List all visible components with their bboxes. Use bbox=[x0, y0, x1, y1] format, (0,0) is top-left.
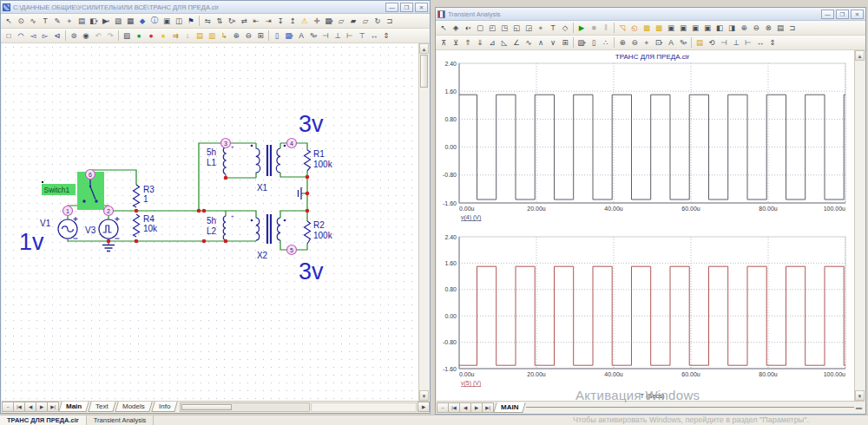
folder-button[interactable]: ▥ bbox=[206, 29, 218, 42]
page-last-button[interactable]: ▶| bbox=[47, 402, 59, 412]
transient-plot-v5[interactable]: 2.401.600.800.00-0.80-1.600.00u20.00u40.… bbox=[437, 230, 854, 401]
local-max-button[interactable]: ∧ bbox=[535, 36, 547, 49]
print-preview-button[interactable]: ▤ bbox=[774, 22, 786, 35]
scroll-thumb[interactable] bbox=[420, 55, 428, 88]
ground-symbol[interactable] bbox=[102, 245, 115, 252]
mirror-horizontal-button[interactable]: ⇋ bbox=[201, 15, 214, 28]
align-center-button[interactable]: ⊥ bbox=[332, 29, 344, 42]
transient-plot-v4[interactable]: 2.401.600.800.00-0.80-1.600.00u20.00u40.… bbox=[437, 50, 854, 226]
panel-bottom-right-button[interactable]: ◲ bbox=[523, 22, 535, 35]
frame-2-button[interactable]: ▣ bbox=[677, 22, 689, 35]
minimize-button[interactable]: — bbox=[385, 3, 398, 12]
save-waveform-button[interactable]: ↳ bbox=[218, 29, 230, 42]
panel-top-right-button[interactable]: ◳ bbox=[498, 22, 510, 35]
align-left-edge-button[interactable]: ⇤ bbox=[250, 15, 262, 28]
page-first-button[interactable]: |◀ bbox=[448, 402, 460, 413]
panel-button[interactable]: ▯ bbox=[271, 29, 283, 42]
mode-dropdown-icon[interactable]: ▾ bbox=[661, 40, 663, 45]
close-button[interactable]: ✕ bbox=[415, 3, 428, 12]
plot-vertical-scrollbar[interactable]: ▲ ▼ bbox=[854, 50, 865, 401]
pen-color-dropdown-icon[interactable]: ▾ bbox=[315, 33, 318, 38]
peak-button[interactable]: ⊼ bbox=[437, 36, 450, 49]
pen-color-button[interactable]: ✎▾ bbox=[677, 36, 689, 49]
schematic-titlebar[interactable]: С:\ДАННЫЕ ОБЩИЕ\УСИЛИТЕЛЬ\ИЛИ ВСЁ\ТРАНС … bbox=[1, 1, 430, 14]
align-left-button[interactable]: ⊣ bbox=[718, 36, 730, 49]
bus-mode-button[interactable]: ▤ bbox=[76, 15, 88, 28]
exit-button[interactable]: ⊐ bbox=[384, 15, 396, 28]
point-probe-button[interactable]: ⌖ bbox=[63, 15, 76, 28]
page-next-button[interactable]: ▶ bbox=[470, 402, 483, 413]
page-prev-button[interactable]: ◀ bbox=[459, 402, 471, 413]
restore-button[interactable]: ❐ bbox=[836, 10, 849, 19]
clipboard-dropdown-icon[interactable]: ▾ bbox=[583, 40, 586, 45]
frame-3-button[interactable]: ▣ bbox=[689, 22, 701, 35]
text-mode-button[interactable]: T bbox=[39, 15, 51, 28]
distribute-v-button[interactable]: ⇕ bbox=[766, 36, 779, 49]
font-button[interactable]: A bbox=[665, 36, 677, 49]
scope-lower-button[interactable]: ◵ bbox=[628, 22, 641, 35]
properties-button[interactable]: ◇ bbox=[559, 22, 571, 35]
align-center-button[interactable]: ⊥ bbox=[730, 36, 742, 49]
page-prev-button[interactable]: ◀ bbox=[24, 402, 36, 412]
folder-open-button[interactable]: ▤ bbox=[194, 29, 206, 42]
clipboard-button[interactable]: ▨▾ bbox=[575, 36, 588, 49]
copy-page-button[interactable]: ▰ bbox=[347, 15, 359, 28]
refresh-button[interactable]: ↻ bbox=[372, 15, 384, 28]
grid-options-button[interactable]: ▦▾ bbox=[323, 15, 335, 28]
zoom-out-button[interactable]: ⊖ bbox=[242, 29, 254, 42]
scroll-up-icon[interactable]: ▲ bbox=[855, 50, 865, 61]
add-text-button[interactable]: T bbox=[547, 22, 559, 35]
ground-symbol-right[interactable] bbox=[299, 187, 302, 199]
close-button[interactable]: ✕ bbox=[851, 10, 864, 19]
shape-browser-dropdown-icon[interactable]: ▾ bbox=[108, 18, 110, 23]
exit-analysis-button[interactable]: ⊐ bbox=[786, 22, 799, 35]
scroll-down-icon[interactable]: ▼ bbox=[419, 390, 429, 401]
stamp-button[interactable]: ◫ bbox=[173, 15, 185, 28]
slope-button[interactable]: ∠ bbox=[510, 36, 523, 49]
scroll-up-icon[interactable]: ▲ bbox=[419, 43, 429, 54]
select-mode-button[interactable]: ↖ bbox=[437, 22, 450, 35]
go-high-button[interactable]: ⇑ bbox=[462, 36, 474, 49]
zoom-out-button[interactable]: ⊖ bbox=[750, 22, 762, 35]
page-last-button[interactable]: ▶| bbox=[482, 402, 494, 413]
analysis-titlebar[interactable]: Transient Analysis — ❐ ✕ bbox=[436, 8, 865, 21]
pan-mode-button[interactable]: ◈ bbox=[450, 22, 462, 35]
document-button[interactable]: ▢ bbox=[474, 22, 486, 35]
distribute-h-button[interactable]: ↔ bbox=[754, 36, 766, 49]
resistor-r1[interactable] bbox=[305, 150, 311, 171]
stop-analysis-button[interactable]: ● bbox=[145, 29, 157, 42]
scroll-right-button[interactable]: ▶ bbox=[418, 402, 430, 412]
align-right-button[interactable]: ⊢ bbox=[742, 36, 754, 49]
graphics-mode-button[interactable]: ✎ bbox=[51, 15, 63, 28]
find-component-button[interactable]: ◉ bbox=[80, 29, 92, 42]
crosshair-button[interactable]: ✛ bbox=[311, 15, 323, 28]
tab-main-plot[interactable]: MAIN bbox=[493, 402, 526, 413]
voltage-source-v1[interactable] bbox=[58, 217, 78, 239]
push-down-button[interactable]: ↧ bbox=[274, 15, 286, 28]
go-low-button[interactable]: ⇓ bbox=[474, 36, 486, 49]
clipboard-picture-button[interactable]: ▨ bbox=[112, 15, 124, 28]
taskbar-tab-schematic[interactable]: ТРАНС ДЛЯ ПРЕДА.cir bbox=[0, 415, 87, 425]
grid-measure-button[interactable]: ⊞ bbox=[559, 36, 571, 49]
page-first-button[interactable]: |◀ bbox=[13, 402, 25, 412]
undo-button[interactable]: ↶ bbox=[92, 29, 104, 42]
tab-text[interactable]: Text bbox=[89, 402, 116, 412]
align-top-button[interactable]: ⊤ bbox=[356, 29, 368, 42]
fall-edge-button[interactable]: ◺ bbox=[498, 36, 510, 49]
distribute-h-button[interactable]: ↔ bbox=[368, 29, 380, 42]
rise-edge-button[interactable]: ⊿ bbox=[486, 36, 498, 49]
font-button[interactable]: A bbox=[295, 29, 307, 42]
info-button[interactable]: ⓘ bbox=[148, 15, 161, 28]
voltage-source-v3[interactable] bbox=[99, 217, 120, 239]
zoom-in-button[interactable]: ⊕ bbox=[616, 36, 628, 49]
component-browser-dropdown-icon[interactable]: ▾ bbox=[95, 18, 98, 23]
flip-button[interactable]: ⇄ bbox=[238, 15, 250, 28]
cursor-mode-dropdown-icon[interactable]: ▾ bbox=[469, 25, 471, 30]
pen-color-dropdown-icon[interactable]: ▾ bbox=[685, 40, 687, 45]
pen-color-button[interactable]: ✎▾ bbox=[307, 29, 319, 42]
zoom-in-button[interactable]: ⊕ bbox=[738, 22, 750, 35]
select-mode-button[interactable]: ↖ bbox=[3, 15, 15, 28]
pattern-button[interactable]: ▧ bbox=[121, 29, 133, 42]
local-min-button[interactable]: ∨ bbox=[547, 36, 559, 49]
tab-models[interactable]: Models bbox=[115, 402, 152, 412]
